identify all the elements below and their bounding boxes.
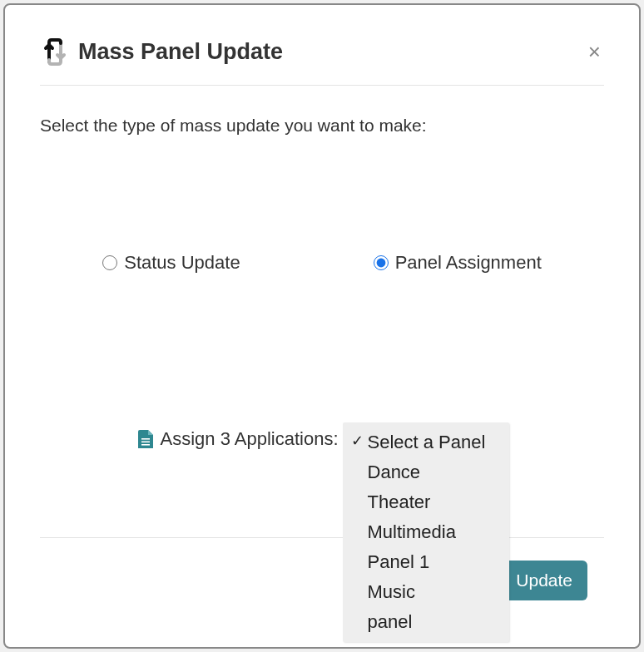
svg-rect-1 xyxy=(141,442,150,443)
instruction-text: Select the type of mass update you want … xyxy=(40,116,604,136)
panel-select-dropdown: Select a Panel Dance Theater Multimedia … xyxy=(343,422,509,642)
footer-divider xyxy=(40,537,604,538)
panel-option-theater[interactable]: Theater xyxy=(343,487,509,517)
radio-status-update-label: Status Update xyxy=(124,252,240,274)
swap-arrows-icon xyxy=(40,37,70,67)
svg-rect-0 xyxy=(141,438,150,440)
panel-option-panel-1[interactable]: Panel 1 xyxy=(343,547,509,577)
panel-option-multimedia[interactable]: Multimedia xyxy=(343,517,509,547)
update-type-radio-group: Status Update Panel Assignment xyxy=(40,252,604,274)
assign-label-group: Assign 3 Applications: xyxy=(138,423,338,450)
close-icon[interactable]: × xyxy=(585,37,604,66)
title-group: Mass Panel Update xyxy=(40,37,283,67)
modal-title: Mass Panel Update xyxy=(78,39,283,65)
radio-status-update[interactable]: Status Update xyxy=(102,252,240,274)
assign-label: Assign 3 Applications: xyxy=(160,428,338,450)
panel-select-wrap: Select a Panel Select a Panel Dance Thea… xyxy=(344,423,506,457)
panel-option-music[interactable]: Music xyxy=(343,577,509,607)
panel-option-panel-lc[interactable]: panel xyxy=(343,607,509,637)
document-icon xyxy=(138,430,153,448)
mass-panel-update-modal: Mass Panel Update × Select the type of m… xyxy=(3,3,641,649)
modal-header: Mass Panel Update × xyxy=(40,37,604,86)
panel-option-select-a-panel[interactable]: Select a Panel xyxy=(343,427,509,457)
radio-panel-assignment-input[interactable] xyxy=(374,255,389,270)
update-button[interactable]: Update xyxy=(501,561,587,600)
panel-option-dance[interactable]: Dance xyxy=(343,457,509,487)
radio-panel-assignment[interactable]: Panel Assignment xyxy=(374,252,542,274)
svg-rect-2 xyxy=(141,444,150,446)
assign-row: Assign 3 Applications: Select a Panel Se… xyxy=(40,423,604,457)
radio-panel-assignment-label: Panel Assignment xyxy=(395,252,542,274)
radio-status-update-input[interactable] xyxy=(102,255,117,270)
